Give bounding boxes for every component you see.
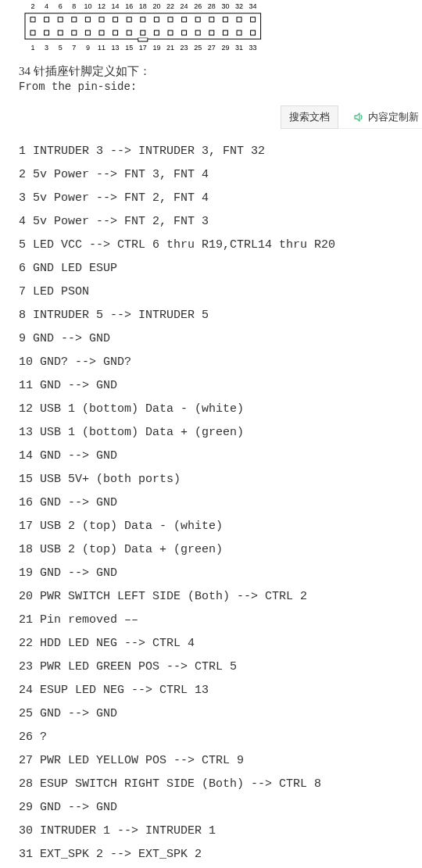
customize-label: 内容定制新 — [368, 110, 419, 124]
pin-row: 23 PWR LED GREEN POS --> CTRL 5 — [19, 655, 403, 679]
pin-row: 12 USB 1 (bottom) Data - (white) — [19, 398, 403, 421]
pin-row: 19 GND --> GND — [19, 562, 403, 585]
svg-rect-67 — [237, 30, 241, 35]
svg-text:23: 23 — [181, 44, 188, 52]
svg-text:16: 16 — [125, 2, 133, 10]
pin-row: 3 5v Power --> FNT 2, FNT 4 — [19, 187, 403, 210]
pin-row: 18 USB 2 (top) Data + (green) — [19, 538, 403, 562]
svg-rect-23 — [168, 17, 173, 22]
pin-definition-list: 1 INTRUDER 3 --> INTRUDER 3, FNT 322 5v … — [19, 140, 403, 868]
svg-text:11: 11 — [98, 44, 106, 52]
svg-rect-41 — [58, 30, 63, 35]
pin-row: 26 ? — [19, 726, 403, 749]
pin-row: 15 USB 5V+ (both ports) — [19, 468, 403, 491]
pin-row: 22 HDD LED NEG --> CTRL 4 — [19, 632, 403, 655]
svg-text:3: 3 — [45, 44, 48, 52]
svg-rect-59 — [182, 30, 187, 35]
svg-text:32: 32 — [235, 2, 243, 10]
svg-rect-15 — [113, 17, 118, 22]
pin-row: 4 5v Power --> FNT 2, FNT 3 — [19, 210, 403, 234]
svg-rect-5 — [45, 17, 49, 22]
svg-rect-69 — [251, 30, 256, 35]
svg-rect-21 — [154, 17, 159, 22]
svg-text:29: 29 — [221, 44, 229, 52]
pin-row: 16 GND --> GND — [19, 491, 403, 515]
svg-text:1: 1 — [30, 44, 34, 52]
pin-row: 30 INTRUDER 1 --> INTRUDER 1 — [19, 820, 403, 843]
svg-rect-53 — [141, 30, 145, 35]
svg-text:22: 22 — [166, 2, 174, 10]
svg-rect-49 — [113, 30, 118, 35]
pin-row: 20 PWR SWITCH LEFT SIDE (Both) --> CTRL … — [19, 585, 403, 609]
pin-row: 24 ESUP LED NEG --> CTRL 13 — [19, 679, 403, 702]
pin-row: 21 Pin removed –– — [19, 609, 403, 632]
pin-row: 9 GND --> GND — [19, 327, 403, 351]
svg-text:9: 9 — [86, 44, 90, 52]
svg-text:20: 20 — [152, 2, 160, 10]
svg-text:21: 21 — [166, 44, 174, 52]
pin-row: 11 GND --> GND — [19, 374, 403, 398]
svg-rect-55 — [154, 30, 159, 35]
svg-rect-37 — [30, 30, 35, 35]
pin-row: 5 LED VCC --> CTRL 6 thru R19,CTRL14 thr… — [19, 234, 403, 257]
svg-rect-61 — [195, 30, 200, 35]
svg-rect-11 — [85, 17, 90, 22]
svg-text:8: 8 — [72, 2, 76, 10]
svg-text:28: 28 — [208, 2, 216, 10]
svg-text:6: 6 — [59, 2, 63, 10]
svg-text:18: 18 — [139, 2, 147, 10]
intro-sub: From the pin-side: — [19, 80, 403, 93]
intro-text: 34 针插座针脚定义如下： — [19, 64, 403, 79]
svg-text:30: 30 — [221, 2, 229, 10]
svg-text:14: 14 — [112, 2, 120, 10]
pin-row: 31 EXT_SPK 2 --> EXT_SPK 2 — [19, 843, 403, 866]
svg-rect-3 — [30, 17, 35, 22]
speaker-icon — [354, 112, 365, 123]
svg-text:34: 34 — [249, 2, 257, 10]
pin-row: 6 GND LED ESUP — [19, 257, 403, 280]
svg-rect-25 — [182, 17, 187, 22]
svg-rect-39 — [45, 30, 49, 35]
pin-row: 8 INTRUDER 5 --> INTRUDER 5 — [19, 304, 403, 327]
search-button[interactable]: 搜索文档 — [281, 105, 338, 129]
svg-rect-63 — [209, 30, 214, 35]
pin-row: 14 GND --> GND — [19, 445, 403, 468]
svg-rect-45 — [85, 30, 90, 35]
svg-text:25: 25 — [194, 44, 202, 52]
svg-text:2: 2 — [30, 2, 34, 10]
svg-text:12: 12 — [98, 2, 106, 10]
svg-rect-31 — [223, 17, 227, 22]
pin-row: 10 GND? --> GND? — [19, 351, 403, 374]
svg-rect-57 — [168, 30, 173, 35]
pin-row: 13 USB 1 (bottom) Data + (green) — [19, 421, 403, 445]
svg-text:17: 17 — [139, 44, 147, 52]
svg-rect-17 — [127, 17, 131, 22]
pin-row: 1 INTRUDER 3 --> INTRUDER 3, FNT 32 — [19, 140, 403, 163]
svg-rect-29 — [209, 17, 214, 22]
svg-text:19: 19 — [152, 44, 160, 52]
pin-row: 2 5v Power --> FNT 3, FNT 4 — [19, 163, 403, 187]
svg-text:13: 13 — [112, 44, 120, 52]
pin-row: 7 LED PSON — [19, 280, 403, 304]
customize-link[interactable]: 内容定制新 — [354, 110, 419, 124]
svg-rect-7 — [58, 17, 63, 22]
svg-text:27: 27 — [208, 44, 216, 52]
svg-rect-43 — [72, 30, 77, 35]
pin-header-diagram: 2468101214161820222426283032341357911131… — [19, 0, 403, 58]
svg-rect-51 — [127, 30, 131, 35]
svg-rect-27 — [195, 17, 200, 22]
svg-rect-65 — [223, 30, 227, 35]
pin-row: 25 GND --> GND — [19, 702, 403, 726]
svg-text:7: 7 — [72, 44, 76, 52]
search-toolbar: 搜索文档 内容定制新 — [0, 105, 422, 129]
svg-text:10: 10 — [84, 2, 91, 10]
svg-text:26: 26 — [194, 2, 202, 10]
pin-row: 27 PWR LED YELLOW POS --> CTRL 9 — [19, 749, 403, 773]
svg-rect-13 — [99, 17, 104, 22]
svg-rect-33 — [237, 17, 241, 22]
svg-rect-19 — [141, 17, 145, 22]
svg-rect-9 — [72, 17, 77, 22]
svg-text:15: 15 — [125, 44, 133, 52]
search-input[interactable] — [0, 105, 281, 129]
svg-rect-47 — [99, 30, 104, 35]
